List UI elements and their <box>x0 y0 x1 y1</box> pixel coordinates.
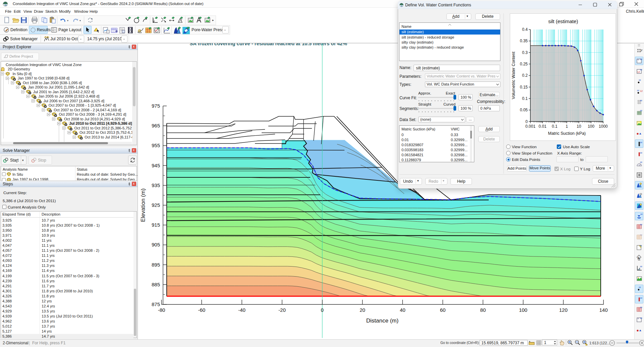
svg-text:66: 66 <box>640 110 642 112</box>
svg-text:0.35: 0.35 <box>520 39 528 43</box>
svg-text:12: 12 <box>637 71 640 73</box>
svg-text:100: 100 <box>588 124 594 129</box>
svg-text:12: 12 <box>640 90 643 92</box>
svg-text:905: 905 <box>152 242 160 247</box>
svg-text:66: 66 <box>640 224 642 226</box>
svg-text:1: 1 <box>566 124 568 129</box>
svg-text:20: 20 <box>360 307 365 313</box>
svg-text:66: 66 <box>639 79 641 81</box>
svg-text:SA frozen covering curve - res: SA frozen covering curve - residual reac… <box>190 43 347 46</box>
svg-text:0.05: 0.05 <box>520 108 528 112</box>
svg-text:A: A <box>638 256 640 260</box>
svg-text:885: 885 <box>152 282 160 287</box>
svg-text:-60: -60 <box>198 307 205 313</box>
svg-text:0: 0 <box>321 307 324 313</box>
svg-text:140: 140 <box>599 307 608 313</box>
svg-text:Elevation (m): Elevation (m) <box>140 188 146 222</box>
svg-text:0.4: 0.4 <box>522 27 528 32</box>
svg-text:66: 66 <box>640 69 642 71</box>
svg-text:955: 955 <box>152 142 160 148</box>
svg-text:Volumetric Water Content: Volumetric Water Content <box>511 52 516 99</box>
svg-text:10: 10 <box>577 124 581 129</box>
svg-text:66: 66 <box>640 58 642 60</box>
svg-text:0.3: 0.3 <box>522 50 528 55</box>
svg-text:-80: -80 <box>158 307 165 313</box>
svg-text:0.1: 0.1 <box>552 124 557 129</box>
svg-text:1000: 1000 <box>599 124 608 129</box>
svg-text:945: 945 <box>152 163 160 168</box>
svg-text:66: 66 <box>640 152 642 154</box>
svg-text:66: 66 <box>640 266 642 268</box>
svg-text:60: 60 <box>440 307 446 313</box>
svg-text:66: 66 <box>640 317 642 319</box>
svg-text:875: 875 <box>152 301 160 307</box>
svg-text:66: 66 <box>637 90 639 92</box>
svg-text:66: 66 <box>640 141 642 143</box>
svg-text:66: 66 <box>640 161 642 163</box>
svg-text:80: 80 <box>480 307 486 313</box>
svg-text:0.25: 0.25 <box>520 62 528 66</box>
svg-text:0.001: 0.001 <box>525 124 535 129</box>
svg-text:66: 66 <box>640 306 642 308</box>
svg-text:Distance (m): Distance (m) <box>366 317 398 324</box>
svg-text:Matric Suction (kPa): Matric Suction (kPa) <box>548 131 586 136</box>
svg-text:120: 120 <box>559 307 568 313</box>
svg-text:100: 100 <box>519 307 527 313</box>
svg-text:-20: -20 <box>278 307 286 313</box>
svg-text:66: 66 <box>640 297 642 299</box>
svg-text:66: 66 <box>640 213 643 215</box>
svg-text:975: 975 <box>152 103 160 109</box>
svg-text:965: 965 <box>152 123 160 128</box>
svg-text:F: F <box>641 49 643 52</box>
svg-text:0.01: 0.01 <box>539 124 547 129</box>
svg-text:66: 66 <box>640 234 642 236</box>
svg-text:40: 40 <box>400 307 406 313</box>
svg-text:0.1: 0.1 <box>522 96 528 101</box>
svg-text:925: 925 <box>152 202 160 208</box>
svg-text:0.2: 0.2 <box>522 73 528 78</box>
svg-text:915: 915 <box>152 222 160 228</box>
svg-text:935: 935 <box>152 182 160 188</box>
svg-text:0.15: 0.15 <box>520 85 528 90</box>
svg-text:895: 895 <box>152 262 160 268</box>
svg-text:66: 66 <box>639 286 641 288</box>
svg-text:-40: -40 <box>238 307 246 313</box>
svg-text:66: 66 <box>640 245 642 247</box>
svg-text:silt (estimate): silt (estimate) <box>548 18 578 24</box>
svg-text:66: 66 <box>640 100 642 102</box>
svg-text:0: 0 <box>526 119 528 124</box>
